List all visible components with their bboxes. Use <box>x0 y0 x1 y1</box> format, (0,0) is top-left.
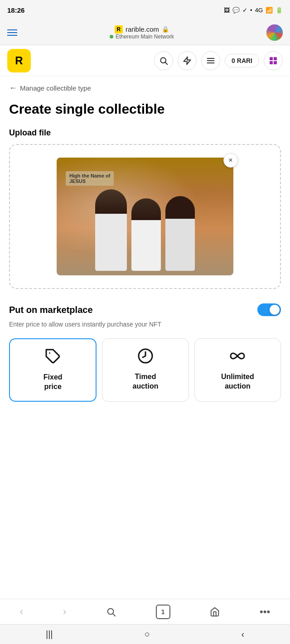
nav-forward-button[interactable]: › <box>56 603 73 620</box>
person-3 <box>165 196 195 271</box>
system-home-button[interactable]: ○ <box>135 625 159 643</box>
nav-back-button[interactable]: ‹ <box>13 603 30 620</box>
filter-button[interactable] <box>201 51 220 70</box>
battery-icon: 🔋 <box>276 7 283 14</box>
whatsapp-icon: 💬 <box>232 7 240 14</box>
network-label: Ethereum Main Network <box>116 34 174 40</box>
unlimited-auction-option[interactable]: Unlimitedauction <box>194 338 281 402</box>
system-back-button[interactable]: ||| <box>37 625 62 643</box>
tab-count: 1 <box>156 605 170 619</box>
person-1 <box>95 189 127 271</box>
search-button[interactable] <box>154 51 173 70</box>
nav-tab-count-button[interactable]: 1 <box>149 602 178 622</box>
lightning-button[interactable] <box>178 51 197 70</box>
status-bar: 18:26 🖼 💬 ✓ • 4G 📶 🔋 <box>0 0 290 20</box>
page-content: ← Manage collectible type Create single … <box>0 76 290 402</box>
status-time: 18:26 <box>7 6 24 14</box>
bottom-nav: ‹ › 1 ••• <box>0 599 290 624</box>
svg-marker-2 <box>184 57 191 64</box>
pricing-options: Fixedprice Timedauction <box>9 338 281 402</box>
rari-balance[interactable]: 0 RARI <box>225 54 259 67</box>
network-label: 4G <box>255 7 263 14</box>
dot-icon: • <box>250 7 252 14</box>
check-icon: ✓ <box>242 7 247 14</box>
system-nav: ||| ○ ‹ <box>0 624 290 644</box>
uploaded-image: High the Name ofJESUS <box>57 158 233 275</box>
infinity-icon <box>229 348 246 366</box>
system-recents-button[interactable]: ‹ <box>232 625 253 643</box>
network-row: Ethereum Main Network <box>110 34 174 40</box>
rarible-logo[interactable]: R <box>7 49 31 72</box>
status-icons: 🖼 💬 ✓ • 4G 📶 🔋 <box>224 7 283 14</box>
app-header: R 0 RARI <box>0 45 290 76</box>
hamburger-menu-icon[interactable] <box>7 29 17 36</box>
marketplace-toggle[interactable] <box>257 303 281 316</box>
toggle-knob <box>270 305 280 315</box>
breadcrumb-text: Manage collectible type <box>20 84 91 92</box>
breadcrumb[interactable]: ← Manage collectible type <box>9 76 281 96</box>
price-tag-icon <box>45 348 61 366</box>
gallery-icon: 🖼 <box>224 7 230 14</box>
nav-search-button[interactable] <box>99 604 123 620</box>
timed-auction-option[interactable]: Timedauction <box>102 338 188 402</box>
url-area: R rarible.com 🔒 Ethereum Main Network <box>23 25 261 40</box>
svg-line-1 <box>165 62 168 64</box>
marketplace-description: Enter price to allow users instantly pur… <box>9 320 281 329</box>
svg-line-9 <box>113 614 115 616</box>
page-title: Create single collectible <box>9 101 281 117</box>
upload-image-container: High the Name ofJESUS × <box>57 158 233 275</box>
photo-people <box>57 185 233 275</box>
person-2 <box>131 198 161 271</box>
signal-icon: 📶 <box>266 7 273 14</box>
upload-area[interactable]: High the Name ofJESUS × <box>9 144 281 289</box>
fixed-price-label: Fixedprice <box>44 373 63 392</box>
nav-home-button[interactable] <box>203 604 227 620</box>
unlimited-auction-label: Unlimitedauction <box>221 372 254 391</box>
back-arrow-icon[interactable]: ← <box>9 83 17 93</box>
upload-section: Upload file High the Name ofJESUS × <box>9 128 281 289</box>
marketplace-header: Put on marketplace <box>9 303 281 316</box>
timed-auction-label: Timedauction <box>133 372 159 391</box>
rarible-favicon: R <box>115 25 123 34</box>
marketplace-grid-button[interactable] <box>264 51 283 70</box>
marketplace-title: Put on marketplace <box>9 305 93 315</box>
fixed-price-option[interactable]: Fixedprice <box>9 338 97 402</box>
marketplace-section: Put on marketplace Enter price to allow … <box>9 303 281 402</box>
clock-icon <box>137 348 154 366</box>
user-avatar[interactable] <box>266 24 283 41</box>
nav-more-button[interactable]: ••• <box>252 603 277 620</box>
network-dot <box>110 35 113 38</box>
url-text: rarible.com <box>126 25 159 33</box>
image-text-overlay: High the Name ofJESUS <box>66 171 114 186</box>
header-icons: 0 RARI <box>154 51 283 70</box>
remove-image-button[interactable]: × <box>223 153 238 168</box>
upload-section-label: Upload file <box>9 128 281 138</box>
browser-bar: R rarible.com 🔒 Ethereum Main Network <box>0 20 290 45</box>
lock-icon: 🔒 <box>162 26 169 33</box>
